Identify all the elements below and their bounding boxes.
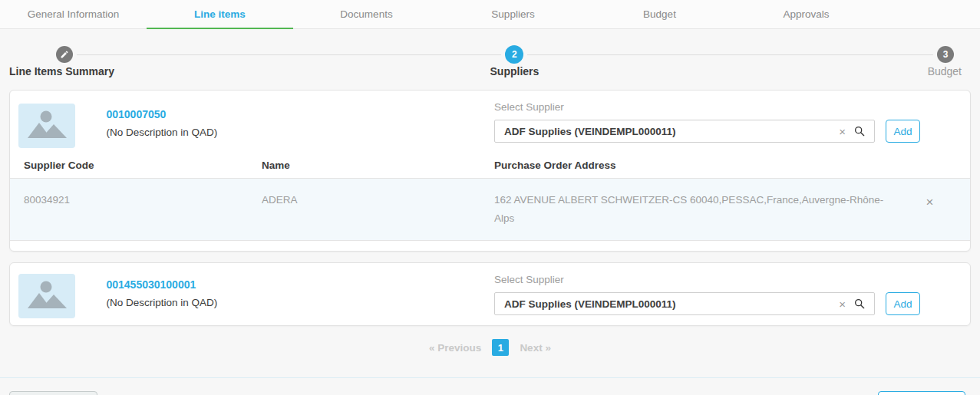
line-item-2-header: 001455030100001 (No Description in QAD) …	[10, 263, 970, 325]
wizard-stepper: Line Items Summary 2 Suppliers 3 Budget	[0, 29, 980, 90]
line-item-card-1: 0010007050 (No Description in QAD) Selec…	[9, 90, 971, 252]
tab-suppliers[interactable]: Suppliers	[440, 0, 586, 28]
step-suppliers-circle[interactable]: 2	[505, 45, 523, 64]
header-supplier-code: Supplier Code	[10, 159, 262, 172]
header-purchase-order-address: Purchase Order Address	[494, 159, 889, 172]
supplier-search-input[interactable]	[494, 292, 875, 315]
line-item-2-text: 001455030100001 (No Description in QAD)	[106, 274, 217, 308]
line-item-2-description: (No Description in QAD)	[106, 297, 217, 308]
next-button[interactable]: Next	[878, 391, 965, 395]
select-supplier-label: Select Supplier	[494, 101, 920, 113]
pagination-next[interactable]: Next »	[520, 342, 551, 354]
pagination: « Previous 1 Next »	[0, 339, 980, 356]
footer-action-bar: Back Next	[0, 377, 980, 395]
pagination-previous[interactable]: « Previous	[429, 342, 481, 354]
tab-approvals[interactable]: Approvals	[733, 0, 879, 28]
tab-general-information[interactable]: General Information	[0, 0, 147, 28]
supplier-table-row: 80034921 ADERA 162 AVENUE ALBERT SCHWEIT…	[10, 178, 970, 241]
clear-icon[interactable]: ×	[839, 298, 846, 310]
line-item-1-code-link[interactable]: 0010007050	[106, 108, 217, 120]
line-item-1-description: (No Description in QAD)	[106, 127, 217, 138]
step-label-line-items-summary: Line Items Summary	[9, 65, 114, 77]
select-supplier-label: Select Supplier	[494, 274, 920, 285]
remove-icon[interactable]: ×	[926, 195, 934, 209]
header-name: Name	[262, 159, 494, 172]
back-button[interactable]: Back	[9, 391, 97, 395]
row-supplier-code: 80034921	[10, 182, 262, 219]
step-label-budget: Budget	[928, 65, 962, 77]
line-item-2-code-link[interactable]: 001455030100001	[106, 278, 217, 291]
row-purchase-order-address: 162 AVENUE ALBERT SCHWEITZER-CS 60040,PE…	[494, 182, 889, 237]
clear-icon[interactable]: ×	[839, 126, 846, 137]
line-item-card-2: 001455030100001 (No Description in QAD) …	[9, 262, 971, 326]
step-line-items-summary-circle[interactable]	[56, 46, 73, 63]
add-supplier-button[interactable]: Add	[886, 292, 920, 315]
step-label-suppliers: Suppliers	[490, 65, 539, 77]
line-item-1-text: 0010007050 (No Description in QAD)	[106, 104, 217, 138]
line-item-2-supplier-select: Select Supplier × Add	[494, 274, 920, 315]
supplier-table-header: Supplier Code Name Purchase Order Addres…	[10, 153, 970, 178]
image-placeholder-icon	[18, 274, 75, 318]
step-budget-circle[interactable]: 3	[937, 46, 954, 63]
tab-documents[interactable]: Documents	[293, 0, 440, 28]
line-item-1-supplier-select: Select Supplier × Add	[494, 101, 920, 143]
tab-line-items[interactable]: Line items	[147, 0, 293, 28]
row-supplier-name: ADERA	[262, 182, 494, 219]
tab-bar: General Information Line items Documents…	[0, 0, 980, 29]
line-item-1-header: 0010007050 (No Description in QAD) Selec…	[10, 91, 970, 153]
image-placeholder-icon	[18, 104, 75, 148]
add-supplier-button[interactable]: Add	[886, 120, 920, 143]
pagination-page-1[interactable]: 1	[492, 339, 509, 356]
edit-icon	[60, 50, 69, 59]
search-icon[interactable]	[853, 125, 866, 137]
tab-budget[interactable]: Budget	[586, 0, 733, 28]
supplier-search-input[interactable]	[494, 120, 875, 143]
search-icon[interactable]	[853, 298, 866, 310]
